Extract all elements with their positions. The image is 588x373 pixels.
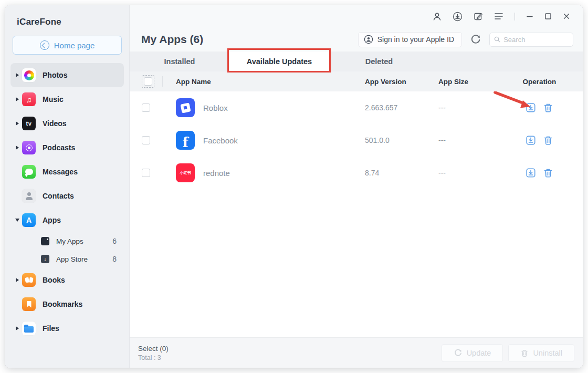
header-divider — [162, 76, 163, 87]
download-icon — [526, 168, 536, 178]
search-input[interactable] — [503, 36, 569, 44]
app-icon — [176, 131, 195, 150]
sidebar-item-count: 6 — [112, 237, 117, 245]
tab-label: Deleted — [365, 57, 393, 66]
table-header: App Name App Version App Size Operation — [130, 71, 583, 91]
total-count: Total : 3 — [138, 354, 169, 361]
download-update-button[interactable] — [526, 135, 536, 146]
app-size: --- — [438, 103, 507, 112]
sidebar-item-count: 8 — [112, 255, 117, 263]
delete-button[interactable] — [543, 168, 553, 178]
sidebar-item-label: Contacts — [43, 192, 74, 200]
expand-arrow-icon — [16, 97, 19, 101]
sidebar-item-label: Books — [43, 276, 65, 284]
sidebar-item-label: Apps — [43, 216, 61, 224]
sidebar-item-label: Files — [43, 324, 59, 333]
minimize-icon[interactable] — [526, 13, 533, 20]
separator — [514, 13, 515, 20]
expand-arrow-icon — [16, 326, 19, 330]
update-button[interactable]: Update — [442, 344, 503, 362]
table-row: Facebook 501.0.0 --- — [130, 124, 583, 157]
table-row: 小红书 rednote 8.74 --- — [130, 157, 583, 189]
sidebar-item[interactable]: Podcasts — [10, 136, 124, 160]
sidebar-item-label: Photos — [43, 71, 67, 79]
sidebar-nav: Photos Music Videos — [5, 63, 129, 340]
sidebar-item-label: App Store — [56, 255, 88, 263]
delete-button[interactable] — [543, 102, 553, 113]
app-size: --- — [438, 169, 507, 177]
sidebar-item[interactable]: Files — [10, 316, 124, 340]
account-icon[interactable] — [433, 12, 442, 21]
download-update-button[interactable] — [526, 102, 536, 113]
app-name: Roblox — [203, 103, 228, 112]
sidebar-item-icon — [41, 255, 49, 263]
tab-label: Available Updates — [247, 57, 312, 66]
home-page-label: Home page — [54, 41, 95, 50]
sidebar-item[interactable]: Apps — [10, 208, 124, 232]
uninstall-label: Uninstall — [533, 349, 562, 357]
content-header: My Apps (6) Sign in to your Apple ID — [130, 27, 583, 51]
expand-arrow-icon — [16, 146, 19, 150]
column-header-operation: Operation — [507, 78, 583, 86]
home-page-button[interactable]: Home page — [13, 36, 122, 55]
sidebar-item-label: Videos — [43, 119, 67, 128]
app-title: iCareFone — [5, 5, 129, 27]
uninstall-button[interactable]: Uninstall — [508, 344, 574, 362]
delete-button[interactable] — [543, 135, 553, 146]
app-name: Facebook — [203, 136, 238, 145]
sidebar-item-label: My Apps — [56, 237, 83, 245]
table-body: Roblox 2.663.657 --- — [130, 91, 583, 337]
back-arrow-icon — [40, 40, 49, 50]
refresh-button[interactable] — [470, 34, 481, 45]
sidebar-item-icon — [22, 273, 36, 287]
update-label: Update — [467, 349, 491, 357]
apple-id-signin-button[interactable]: Sign in to your Apple ID — [358, 32, 462, 47]
select-all-checkbox[interactable] — [144, 77, 152, 86]
row-checkbox[interactable] — [142, 103, 150, 112]
icarefone-window: iCareFone Home page Photos Music — [5, 5, 583, 368]
refresh-icon — [470, 34, 481, 45]
select-count: Select (0) — [138, 345, 169, 353]
trash-icon — [543, 168, 553, 178]
downloads-icon[interactable] — [453, 12, 463, 22]
sidebar-item[interactable]: Photos — [10, 63, 124, 87]
window-topbar — [130, 5, 583, 27]
expand-arrow-icon — [16, 278, 19, 282]
column-header-app-size: App Size — [438, 78, 507, 86]
apple-id-signin-label: Sign in to your Apple ID — [377, 35, 454, 44]
sidebar-item-label: Messages — [43, 168, 78, 176]
maximize-icon[interactable] — [544, 13, 552, 20]
close-icon[interactable] — [563, 13, 570, 20]
sidebar-item-icon — [41, 237, 49, 245]
sidebar-item-label: Podcasts — [43, 143, 75, 152]
app-version: 8.74 — [365, 169, 438, 177]
footer-bar: Select (0) Total : 3 Update Uninstall — [130, 337, 583, 368]
sidebar-item[interactable]: Books — [10, 268, 124, 292]
page-title: My Apps (6) — [141, 33, 203, 46]
tab[interactable]: Available Updates — [229, 51, 329, 71]
compose-icon[interactable] — [474, 12, 483, 21]
tab[interactable]: Installed — [130, 51, 229, 71]
download-icon — [526, 102, 536, 113]
download-update-button[interactable] — [526, 168, 536, 178]
sidebar-item-icon — [22, 165, 36, 179]
sidebar-item[interactable]: Music — [10, 87, 124, 111]
sidebar: iCareFone Home page Photos Music — [5, 5, 130, 368]
sidebar-item[interactable]: Messages — [10, 160, 124, 184]
row-checkbox[interactable] — [142, 136, 150, 144]
sidebar-item-label: Music — [43, 95, 64, 103]
sidebar-item[interactable]: Videos — [10, 111, 124, 136]
column-header-app-name: App Name — [163, 78, 365, 86]
sidebar-item[interactable]: Bookmarks — [10, 292, 124, 316]
tab[interactable]: Deleted — [329, 51, 429, 71]
sidebar-item[interactable]: App Store 8 — [10, 250, 124, 268]
menu-icon[interactable] — [494, 13, 503, 20]
sidebar-item[interactable]: My Apps 6 — [10, 232, 124, 250]
trash-icon — [543, 135, 553, 146]
sidebar-item[interactable]: Contacts — [10, 184, 124, 208]
download-icon — [526, 135, 536, 146]
sidebar-item-icon — [22, 297, 36, 311]
row-checkbox[interactable] — [142, 169, 150, 177]
sidebar-item-label: Bookmarks — [43, 300, 82, 308]
column-header-app-version: App Version — [365, 78, 438, 86]
